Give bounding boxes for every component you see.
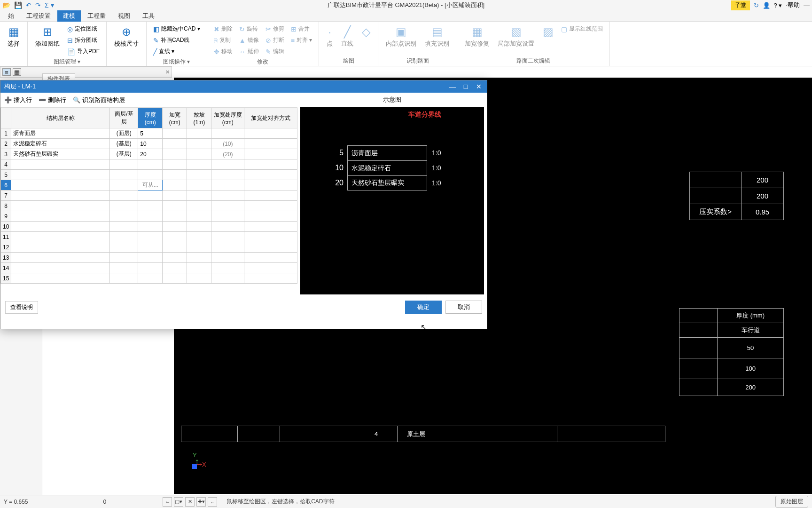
col-surface[interactable]: 面层/基层	[110, 108, 138, 128]
cell-align[interactable]	[244, 273, 297, 284]
user-badge[interactable]: 子堂	[731, 0, 750, 10]
cell-name[interactable]	[11, 159, 110, 170]
cell-widen[interactable]	[163, 242, 187, 253]
sb-icon-3[interactable]: ✕	[185, 497, 195, 507]
cell-thk[interactable]	[138, 159, 163, 170]
cell-widen[interactable]	[163, 149, 187, 159]
cell-name[interactable]: 水泥稳定碎石	[11, 139, 110, 149]
col-thickness[interactable]: 厚度 (cm)	[138, 108, 163, 128]
cell-widen-thk[interactable]	[211, 201, 244, 211]
sb-icon-1[interactable]: ⌙	[163, 497, 172, 507]
cad-group-label[interactable]: 图纸操作 ▾	[151, 56, 202, 66]
view-description-button[interactable]: 查看说明	[5, 301, 38, 314]
col-align[interactable]: 加宽处对齐方式	[244, 108, 297, 128]
cell-surface[interactable]	[110, 232, 138, 242]
row-num[interactable]: 11	[1, 232, 11, 242]
help-label[interactable]: ·帮助	[786, 1, 800, 9]
dialog-close-icon[interactable]: ✕	[475, 83, 483, 90]
refresh-icon[interactable]: ↻	[754, 2, 759, 9]
cell-widen[interactable]	[163, 253, 187, 263]
sigma-icon[interactable]: Σ ▾	[45, 1, 54, 9]
cell-slope[interactable]	[187, 201, 211, 211]
cell-widen[interactable]	[163, 222, 187, 232]
cancel-button[interactable]: 取消	[445, 301, 482, 314]
cell-widen[interactable]	[163, 170, 187, 180]
grid-view-icon[interactable]: ▦	[13, 68, 21, 76]
col-widen[interactable]: 加宽 (cm)	[163, 108, 187, 128]
cell-align[interactable]	[244, 139, 297, 149]
cell-align[interactable]	[244, 201, 297, 211]
cell-widen-thk[interactable]	[211, 253, 244, 263]
cell-align[interactable]	[244, 211, 297, 222]
cell-widen-thk[interactable]	[211, 222, 244, 232]
cell-surface[interactable]	[110, 253, 138, 263]
cell-name[interactable]	[11, 211, 110, 222]
cell-surface[interactable]: (基层)	[110, 139, 138, 149]
col-name[interactable]: 结构层名称	[11, 108, 110, 128]
cell-name[interactable]	[11, 190, 110, 201]
sb-icon-4[interactable]: ✚▾	[196, 497, 206, 507]
cell-align[interactable]	[244, 190, 297, 201]
row-num[interactable]: 2	[1, 139, 11, 149]
cell-surface[interactable]	[110, 170, 138, 180]
min-icon[interactable]: —	[804, 2, 810, 9]
help-q-icon[interactable]: ? ▾	[774, 2, 782, 9]
cell-slope[interactable]	[187, 170, 211, 180]
close-panel-icon[interactable]: ✕	[165, 69, 170, 75]
cell-surface[interactable]	[110, 242, 138, 253]
cell-align[interactable]	[244, 170, 297, 180]
cell-surface[interactable]	[110, 222, 138, 232]
cell-widen-thk[interactable]	[211, 159, 244, 170]
cell-surface[interactable]	[110, 273, 138, 284]
cell-name[interactable]	[11, 170, 110, 180]
row-num[interactable]: 4	[1, 159, 11, 170]
cell-slope[interactable]	[187, 180, 211, 190]
user-icon[interactable]: 👤	[763, 2, 770, 9]
cell-widen-thk[interactable]	[211, 190, 244, 201]
cell-name[interactable]: 沥青面层	[11, 128, 110, 139]
cell-widen-thk[interactable]	[211, 170, 244, 180]
cell-align[interactable]	[244, 242, 297, 253]
check-scale-button[interactable]: ⊕ 校核尺寸	[111, 24, 141, 49]
row-num[interactable]: 15	[1, 273, 11, 284]
cell-slope[interactable]	[187, 128, 211, 139]
select-button[interactable]: ▦ 选择	[5, 24, 23, 49]
list-view-icon[interactable]: ≡	[2, 68, 11, 76]
cell-widen-thk[interactable]	[211, 180, 244, 190]
cell-surface[interactable]: (面层)	[110, 128, 138, 139]
cell-widen-thk[interactable]: (10)	[211, 139, 244, 149]
cell-align[interactable]	[244, 263, 297, 273]
fill-cad-button[interactable]: ✎补画CAD线	[151, 35, 202, 45]
identify-layer-button[interactable]: 🔍识别路面结构层	[73, 96, 125, 104]
cell-slope[interactable]	[187, 263, 211, 273]
line-cad-button[interactable]: ╱直线 ▾	[151, 47, 202, 56]
cell-thk[interactable]	[138, 232, 163, 242]
cell-thk[interactable]	[138, 201, 163, 211]
row-num[interactable]: 6	[1, 180, 11, 190]
menu-item-tools[interactable]: 工具	[137, 10, 160, 22]
dialog-title-bar[interactable]: 构层 - LM-1 — □ ✕	[0, 80, 487, 93]
cell-surface[interactable]	[110, 201, 138, 211]
cell-widen-thk[interactable]	[211, 242, 244, 253]
row-num[interactable]: 14	[1, 263, 11, 273]
drawing-group-label[interactable]: 图纸管理 ▾	[32, 56, 102, 66]
cell-thk[interactable]	[138, 273, 163, 284]
cell-widen-thk[interactable]	[211, 263, 244, 273]
cell-thk[interactable]	[138, 190, 163, 201]
cell-surface[interactable]	[110, 190, 138, 201]
cell-widen[interactable]	[163, 180, 187, 190]
cell-name[interactable]	[11, 232, 110, 242]
cell-surface[interactable]	[110, 263, 138, 273]
cell-thk-edit[interactable]: 可从...	[138, 180, 163, 190]
cell-slope[interactable]	[187, 253, 211, 263]
row-num[interactable]: 7	[1, 190, 11, 201]
cell-surface[interactable]: (基层)	[110, 149, 138, 159]
cell-thk[interactable]	[138, 211, 163, 222]
cell-name[interactable]	[11, 222, 110, 232]
cell-align[interactable]	[244, 222, 297, 232]
col-slope[interactable]: 放坡 (1:n)	[187, 108, 211, 128]
cell-slope[interactable]	[187, 159, 211, 170]
cell-name[interactable]	[11, 242, 110, 253]
cell-slope[interactable]	[187, 211, 211, 222]
cell-slope[interactable]	[187, 149, 211, 159]
